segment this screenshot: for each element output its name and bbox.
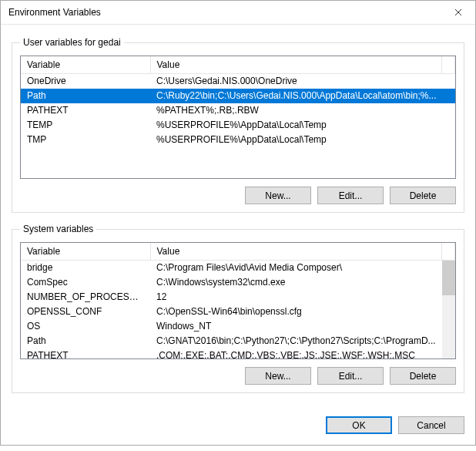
user-delete-button[interactable]: Delete [390,187,456,204]
close-icon [454,8,462,16]
dialog-body: User variables for gedai Variable Value … [1,25,475,415]
cell-value: 12 [150,290,455,305]
system-edit-button[interactable]: Edit... [317,367,384,385]
system-col-header-scroll [442,243,455,261]
system-col-header-variable[interactable]: Variable [21,243,150,261]
table-row[interactable]: OneDriveC:\Users\Gedai.NIS.000\OneDrive [21,74,455,89]
user-variables-table[interactable]: Variable Value OneDriveC:\Users\Gedai.NI… [21,56,455,147]
cell-value: C:\GNAT\2016\bin;C:\Python27\;C:\Python2… [150,334,455,348]
cancel-button[interactable]: Cancel [398,416,464,434]
dialog-footer: OK Cancel [1,415,475,445]
system-variables-legend: System variables [20,224,96,234]
table-row[interactable]: TEMP%USERPROFILE%\AppData\Local\Temp [21,118,455,133]
system-variables-table-wrap: Variable Value bridgeC:\Program Files\Av… [20,242,456,359]
cell-variable: OneDrive [21,74,150,89]
cell-value: C:\Users\Gedai.NIS.000\OneDrive [150,74,455,89]
cell-value: %USERPROFILE%\AppData\Local\Temp [150,118,455,133]
cell-value: %USERPROFILE%\AppData\Local\Temp [150,133,455,147]
cell-variable: Path [21,89,150,103]
user-variables-table-wrap: Variable Value OneDriveC:\Users\Gedai.NI… [20,56,456,179]
system-new-button[interactable]: New... [245,367,311,385]
cell-value: C:\Program Files\Avid\Avid Media Compose… [150,261,455,275]
cell-variable: Path [21,334,150,348]
cell-variable: bridge [21,261,150,275]
dialog-window: Environment Variables User variables for… [0,0,476,446]
cell-value: %PATHEXT%;.RB;.RBW [150,103,455,118]
cell-variable: TMP [21,133,150,147]
table-row[interactable]: ComSpecC:\Windows\system32\cmd.exe [21,275,455,290]
user-button-row: New... Edit... Delete [20,187,456,204]
close-button[interactable] [441,1,475,24]
table-row[interactable]: PATHEXT%PATHEXT%;.RB;.RBW [21,103,455,118]
cell-variable: NUMBER_OF_PROCESSORS [21,290,150,305]
cell-variable: OPENSSL_CONF [21,305,150,319]
ok-button[interactable]: OK [326,416,392,434]
user-edit-button[interactable]: Edit... [317,187,384,204]
table-row[interactable]: OSWindows_NT [21,319,455,334]
table-row[interactable]: OPENSSL_CONFC:\OpenSSL-Win64\bin\openssl… [21,305,455,319]
system-scrollbar-thumb[interactable] [442,261,455,295]
window-title: Environment Variables [8,7,441,18]
table-row[interactable]: NUMBER_OF_PROCESSORS12 [21,290,455,305]
user-col-header-value[interactable]: Value [150,56,442,74]
table-row[interactable]: TMP%USERPROFILE%\AppData\Local\Temp [21,133,455,147]
system-col-header-value[interactable]: Value [150,243,442,261]
table-row[interactable]: PathC:\GNAT\2016\bin;C:\Python27\;C:\Pyt… [21,334,455,348]
system-delete-button[interactable]: Delete [390,367,456,385]
user-new-button[interactable]: New... [245,187,311,204]
cell-variable: PATHEXT [21,103,150,118]
cell-value: .COM;.EXE;.BAT;.CMD;.VBS;.VBE;.JS;.JSE;.… [150,348,455,360]
user-variables-group: User variables for gedai Variable Value … [12,37,464,213]
cell-value: C:\OpenSSL-Win64\bin\openssl.cfg [150,305,455,319]
titlebar: Environment Variables [1,1,475,25]
user-variables-legend: User variables for gedai [20,37,124,48]
table-row[interactable]: PATHEXT.COM;.EXE;.BAT;.CMD;.VBS;.VBE;.JS… [21,348,455,360]
cell-value: C:\Ruby22\bin;C:\Users\Gedai.NIS.000\App… [150,89,455,103]
cell-value: Windows_NT [150,319,455,334]
system-variables-group: System variables Variable Value bridgeC:… [12,224,464,393]
cell-variable: PATHEXT [21,348,150,360]
cell-variable: ComSpec [21,275,150,290]
cell-variable: OS [21,319,150,334]
system-variables-table[interactable]: Variable Value bridgeC:\Program Files\Av… [21,243,455,359]
user-col-header-variable[interactable]: Variable [21,56,150,74]
user-col-header-scroll [442,56,455,74]
system-button-row: New... Edit... Delete [20,367,456,385]
cell-variable: TEMP [21,118,150,133]
cell-value: C:\Windows\system32\cmd.exe [150,275,455,290]
system-scrollbar[interactable] [442,261,455,358]
table-row[interactable]: bridgeC:\Program Files\Avid\Avid Media C… [21,261,455,275]
table-row[interactable]: PathC:\Ruby22\bin;C:\Users\Gedai.NIS.000… [21,89,455,103]
